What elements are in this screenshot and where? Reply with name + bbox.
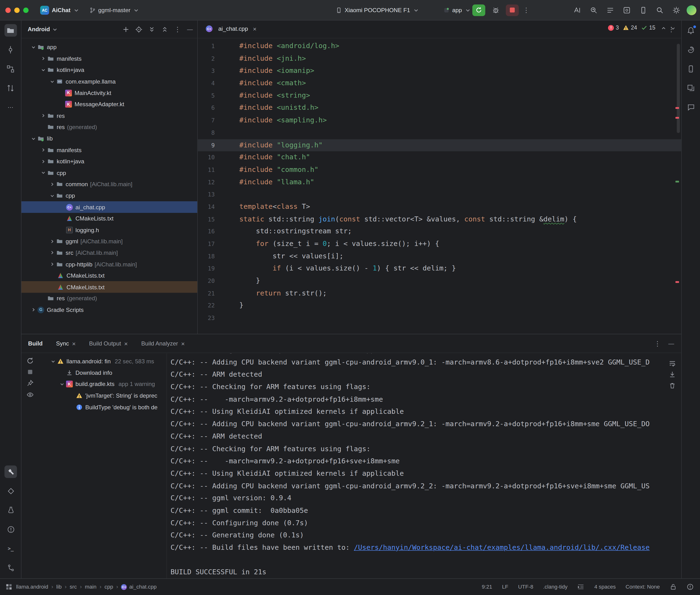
zoom-window-button[interactable] <box>23 7 28 12</box>
clang-tidy-widget[interactable]: .clang-tidy <box>543 584 567 590</box>
tree-item[interactable]: kotlin+java <box>22 64 197 76</box>
breadcrumb-item[interactable]: src <box>70 584 77 590</box>
breadcrumb-item[interactable]: llama.android <box>16 584 48 590</box>
change-stripe-mark[interactable] <box>675 181 679 182</box>
close-window-button[interactable] <box>5 7 10 12</box>
add-button[interactable] <box>122 26 130 33</box>
code-line[interactable]: 3#include <iomanip> <box>198 65 681 77</box>
chevron-up-icon[interactable] <box>661 26 666 31</box>
tree-item[interactable]: app <box>22 41 197 53</box>
code-line[interactable]: 1#include <android/log.h> <box>198 40 681 53</box>
code-line[interactable]: 6#include <unistd.h> <box>198 102 681 114</box>
assistant-button[interactable] <box>684 101 697 113</box>
project-tool-button[interactable] <box>4 24 17 36</box>
app-inspection-button[interactable] <box>620 4 633 16</box>
editor-tab[interactable]: C+ ai_chat.cpp × <box>204 21 258 38</box>
file-path-link[interactable]: /Users/hanyin/Workspace/ai-chat/examples… <box>354 544 650 552</box>
close-icon[interactable]: × <box>124 340 128 347</box>
tree-item[interactable]: cpp <box>22 167 197 178</box>
tree-item[interactable]: cpp <box>22 190 197 201</box>
code-line[interactable]: 20 } <box>198 275 681 287</box>
tree-item[interactable]: CMakeLists.txt <box>22 270 197 281</box>
tree-item[interactable]: KMainActivity.kt <box>22 87 197 98</box>
tree-item[interactable]: cpp-httplib [AiChat.lib.main] <box>22 259 197 270</box>
rerun-sync-button[interactable] <box>26 357 34 365</box>
close-icon[interactable]: × <box>72 340 76 347</box>
tree-item[interactable]: manifests <box>22 53 197 64</box>
project-view-selector[interactable]: Android <box>28 26 50 33</box>
gradle-tool-button[interactable] <box>684 43 697 56</box>
logcat-button[interactable] <box>604 4 616 16</box>
pin-button[interactable] <box>26 379 34 387</box>
code-line[interactable]: 22} <box>198 300 681 312</box>
version-control-tool-button[interactable] <box>4 561 17 574</box>
code-line[interactable]: 15static std::string join(const std::vec… <box>198 213 681 225</box>
tree-item[interactable]: KMessageAdapter.kt <box>22 98 197 110</box>
device-explorer-tool-button[interactable] <box>4 504 17 516</box>
scroll-to-end-button[interactable] <box>669 371 676 378</box>
code-area[interactable]: 1#include <android/log.h>2#include <jni.… <box>198 39 681 334</box>
breadcrumb-item[interactable]: cpp <box>105 584 113 590</box>
inspections-widget[interactable]: !3 24 15 <box>608 25 655 31</box>
rerun-button[interactable] <box>472 4 485 16</box>
tree-item[interactable]: C+ai_chat.cpp <box>22 201 197 213</box>
editor-scrollbar[interactable] <box>677 44 680 133</box>
pull-requests-tool-button[interactable] <box>4 82 17 94</box>
notifications-button[interactable] <box>684 24 697 36</box>
code-line[interactable]: 9#include "logging.h" <box>198 139 681 151</box>
build-tree-item[interactable]: Kbuild.gradle.ktsapp 1 warning <box>38 378 167 390</box>
minimize-window-button[interactable] <box>14 7 20 12</box>
terminal-tool-button[interactable]: >_ <box>4 542 17 555</box>
code-line[interactable]: 21 return str.str(); <box>198 287 681 300</box>
tool-windows-icon[interactable] <box>5 583 12 591</box>
lock-icon[interactable] <box>670 583 677 591</box>
code-line[interactable]: 12#include "llama.h" <box>198 176 681 189</box>
tree-item[interactable]: res (generated) <box>22 293 197 304</box>
tree-item[interactable]: src [AiChat.lib.main] <box>22 247 197 259</box>
code-line[interactable]: 17 for (size_t i = 0; i < values.size();… <box>198 238 681 250</box>
project-options-button[interactable]: ⋮ <box>174 25 181 33</box>
code-line[interactable]: 14template<class T> <box>198 201 681 213</box>
tab-sync[interactable]: Sync× <box>56 340 76 347</box>
breadcrumb-item[interactable]: C+ai_chat.cpp <box>121 584 157 590</box>
device-selector[interactable]: Xiaomi POCOPHONE F1 <box>336 7 419 13</box>
debug-button[interactable] <box>489 4 502 16</box>
more-run-actions-button[interactable]: ⋮ <box>523 6 530 14</box>
encoding-widget[interactable]: UTF-8 <box>518 584 533 590</box>
device-manager-button[interactable] <box>684 62 697 75</box>
stop-button[interactable] <box>506 4 519 16</box>
code-line[interactable]: 4#include <cmath> <box>198 77 681 89</box>
line-ending-widget[interactable]: LF <box>502 584 508 590</box>
context-widget[interactable]: Context: None <box>626 584 660 590</box>
tree-item[interactable]: ggml [AiChat.lib.main] <box>22 236 197 247</box>
tree-item[interactable]: CMakeLists.txt <box>22 213 197 224</box>
structure-tool-button[interactable] <box>4 62 17 75</box>
code-line[interactable]: 23 <box>198 312 681 324</box>
code-line[interactable]: 18 str << values[i]; <box>198 250 681 263</box>
breadcrumb-item[interactable]: lib <box>56 584 62 590</box>
code-line[interactable]: 19 if (i < values.size() - 1) { str << d… <box>198 263 681 275</box>
device-streaming-button[interactable] <box>637 4 649 16</box>
code-line[interactable]: 2#include <jni.h> <box>198 53 681 65</box>
avatar[interactable] <box>687 5 696 15</box>
inspections-status-icon[interactable] <box>687 583 694 591</box>
code-line[interactable]: 7#include <sampling.h> <box>198 114 681 127</box>
code-line[interactable]: 8 <box>198 127 681 139</box>
profiler-button[interactable] <box>588 4 600 16</box>
hide-panel-button[interactable]: — <box>187 26 193 33</box>
breadcrumb-item[interactable]: main <box>85 584 96 590</box>
tree-item[interactable]: Hlogging.h <box>22 224 197 236</box>
search-everywhere-button[interactable] <box>653 4 666 16</box>
build-console[interactable]: C/C++: -- Using KleidiAI optimized kerne… <box>167 353 681 578</box>
code-line[interactable]: 13 <box>198 188 681 201</box>
tree-item[interactable]: res (generated) <box>22 121 197 133</box>
build-tree-item[interactable]: Download info <box>38 367 167 378</box>
chevron-down-icon[interactable] <box>670 26 676 31</box>
error-stripe-mark[interactable] <box>675 117 679 119</box>
tree-item[interactable]: kotlin+java <box>22 156 197 167</box>
build-tool-label[interactable]: Build <box>28 340 43 347</box>
tree-item[interactable]: lib <box>22 133 197 144</box>
tree-item[interactable]: com.example.llama <box>22 76 197 87</box>
line-column-widget[interactable]: 9:21 <box>482 584 492 590</box>
code-line[interactable]: 10#include "chat.h" <box>198 151 681 164</box>
